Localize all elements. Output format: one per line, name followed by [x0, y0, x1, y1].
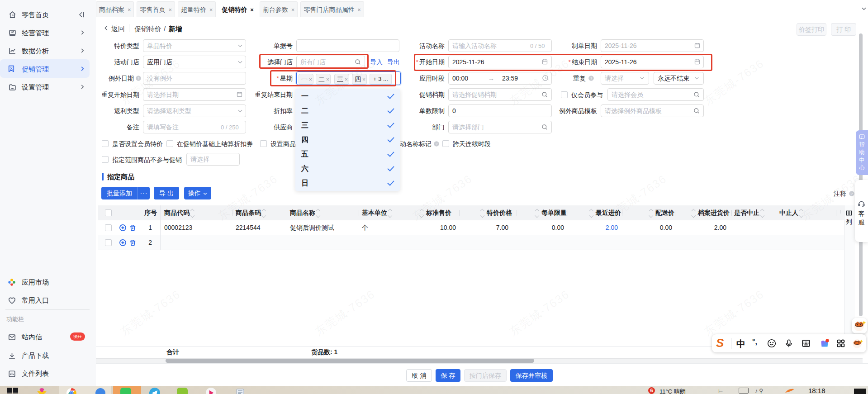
svg-text:?: ? [851, 192, 853, 196]
svg-text:?: ? [436, 142, 437, 146]
svg-text:?: ? [590, 76, 592, 81]
svg-text:?: ? [138, 76, 139, 81]
